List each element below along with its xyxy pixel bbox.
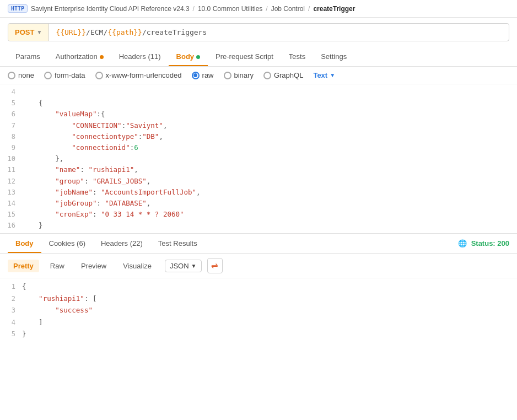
method-label: POST (15, 28, 34, 36)
format-none[interactable]: none (8, 71, 34, 79)
radio-binary (224, 72, 231, 79)
breadcrumb-part-2: 10.0 Common Utilities (198, 5, 262, 13)
json-type-selector[interactable]: JSON ▼ (165, 260, 202, 272)
resp-tab-headers[interactable]: Headers (22) (93, 234, 150, 253)
status-badge: 🌐 Status: 200 (458, 239, 509, 247)
req-line-8: 8 "connectiontype":"DB", (0, 131, 517, 142)
text-type-label: Text (313, 71, 327, 79)
req-line-13: 13 "jobName": "AccountsImportFullJob", (0, 187, 517, 198)
authorization-dot (100, 55, 104, 59)
req-line-14: 14 "jobGroup": "DATABASE", (0, 198, 517, 209)
radio-raw (192, 72, 200, 79)
tab-headers-label: Headers (11) (119, 52, 161, 61)
tab-body[interactable]: Body (169, 47, 208, 66)
tab-headers[interactable]: Headers (11) (111, 47, 169, 66)
format-form-data[interactable]: form-data (44, 71, 85, 79)
resp-line-5: 5 } (0, 328, 517, 340)
radio-none (8, 72, 15, 79)
tab-authorization[interactable]: Authorization (48, 47, 111, 66)
method-selector[interactable]: POST ▼ (8, 24, 49, 41)
tab-pre-request[interactable]: Pre-request Script (208, 47, 281, 66)
format-binary-label: binary (234, 71, 254, 79)
tab-settings-label: Settings (321, 52, 347, 61)
url-prefix-var: {{URL}} (56, 28, 86, 36)
resp-tab-headers-label: Headers (22) (101, 239, 143, 247)
tab-settings[interactable]: Settings (313, 47, 354, 66)
chevron-down-icon: ▼ (330, 72, 335, 78)
req-line-16: 16 } (0, 220, 517, 231)
tab-tests-label: Tests (289, 52, 305, 61)
resp-preview-button[interactable]: Preview (76, 260, 112, 272)
request-code: 4 5 { 6 "valueMap":{ 7 "CONNECTION":"Sav… (0, 84, 517, 233)
format-urlencoded-label: x-www-form-urlencoded (106, 71, 182, 79)
req-line-15: 15 "cronExp": "0 33 14 * * ? 2060" (0, 209, 517, 220)
req-line-6: 6 "valueMap":{ (0, 109, 517, 120)
req-line-7: 7 "CONNECTION":"Saviynt", (0, 120, 517, 131)
response-format-row: Pretty Raw Preview Visualize JSON ▼ ⇌ (0, 254, 517, 278)
format-urlencoded[interactable]: x-www-form-urlencoded (95, 71, 182, 79)
format-graphql-label: GraphQL (274, 71, 303, 79)
resp-line-2: 2 "rushiapi1": [ (0, 293, 517, 304)
globe-icon: 🌐 (458, 239, 467, 247)
req-line-5: 5 { (0, 98, 517, 109)
url-suffix: /createTriggers (142, 28, 207, 36)
radio-urlencoded (95, 72, 103, 79)
radio-form-data (44, 72, 52, 79)
resp-visualize-button[interactable]: Visualize (117, 260, 157, 272)
format-binary[interactable]: binary (224, 71, 254, 79)
url-bar: POST ▼ {{URL}}/ECM/{{path}}/createTrigge… (8, 23, 509, 41)
tab-tests[interactable]: Tests (281, 47, 313, 66)
response-editor[interactable]: 1 { 2 "rushiapi1": [ 3 "success" 4 ] 5 } (0, 278, 517, 342)
resp-tab-body[interactable]: Body (8, 234, 41, 253)
request-tabs: Params Authorization Headers (11) Body P… (0, 47, 517, 67)
breadcrumb-part-1: Saviynt Enterprise Identity Cloud API Re… (31, 5, 190, 13)
resp-tab-test-results-label: Test Results (158, 239, 197, 247)
status-text: Status: 200 (471, 239, 509, 247)
body-format-row: none form-data x-www-form-urlencoded raw… (0, 67, 517, 84)
breadcrumb-current: createTrigger (313, 5, 355, 13)
resp-tab-test-results[interactable]: Test Results (150, 234, 205, 253)
tab-params-label: Params (15, 52, 40, 61)
tab-params[interactable]: Params (8, 47, 48, 66)
resp-line-4: 4 ] (0, 316, 517, 328)
format-raw-label: raw (202, 71, 214, 79)
req-line-10: 10 }, (0, 153, 517, 164)
tab-authorization-label: Authorization (56, 52, 98, 61)
resp-pretty-button[interactable]: Pretty (8, 260, 39, 272)
url-path-var: {{path}} (107, 28, 142, 36)
req-line-9: 9 "connectionid":6 (0, 142, 517, 153)
tab-pre-request-label: Pre-request Script (216, 52, 273, 61)
body-dot (196, 55, 200, 59)
wrap-icon: ⇌ (211, 261, 218, 271)
response-tabs: Body Cookies (6) Headers (22) Test Resul… (0, 234, 517, 254)
resp-line-3: 3 "success" (0, 304, 517, 316)
resp-tab-body-label: Body (15, 239, 34, 247)
json-type-label: JSON (170, 262, 189, 270)
sep-1: / (193, 5, 195, 13)
resp-line-1: 1 { (0, 281, 517, 292)
sep-3: / (308, 5, 310, 13)
text-type-selector[interactable]: Text ▼ (313, 71, 335, 79)
tab-body-label: Body (176, 52, 195, 61)
req-line-12: 12 "group": "GRAILS_JOBS", (0, 176, 517, 187)
resp-tab-cookies[interactable]: Cookies (6) (41, 234, 93, 253)
http-badge: HTTP (8, 4, 28, 13)
req-line-4: 4 (0, 87, 517, 98)
breadcrumb: HTTP Saviynt Enterprise Identity Cloud A… (0, 0, 517, 18)
breadcrumb-part-3: Job Control (271, 5, 305, 13)
format-none-label: none (18, 71, 34, 79)
wrap-button[interactable]: ⇌ (207, 258, 223, 273)
chevron-down-icon: ▼ (36, 29, 42, 35)
resp-raw-button[interactable]: Raw (45, 260, 70, 272)
radio-graphql (263, 72, 271, 79)
sep-2: / (266, 5, 267, 13)
url-ecm: /ECM/ (86, 28, 107, 36)
request-editor[interactable]: 4 5 { 6 "valueMap":{ 7 "CONNECTION":"Sav… (0, 84, 517, 234)
format-form-data-label: form-data (55, 71, 85, 79)
url-input[interactable]: {{URL}}/ECM/{{path}}/createTriggers (49, 24, 509, 41)
format-raw[interactable]: raw (192, 71, 214, 79)
chevron-down-icon: ▼ (191, 263, 197, 269)
resp-tab-cookies-label: Cookies (6) (49, 239, 85, 247)
req-line-11: 11 "name": "rushiapi1", (0, 164, 517, 175)
format-graphql[interactable]: GraphQL (263, 71, 303, 79)
